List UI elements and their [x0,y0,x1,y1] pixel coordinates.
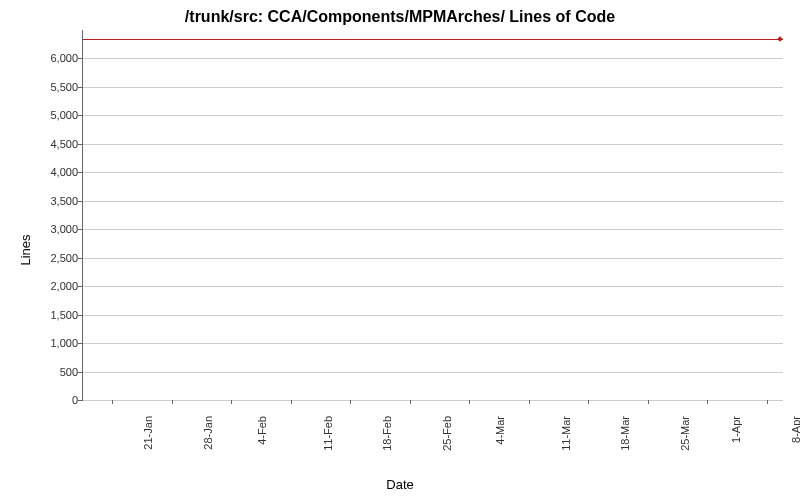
x-tick-mark [231,400,232,404]
y-tick-label: 2,500 [28,252,78,264]
x-tick-mark [112,400,113,404]
y-tick-mark [78,58,82,59]
gridline [83,372,783,373]
x-tick-mark [588,400,589,404]
y-tick-mark [78,229,82,230]
x-tick-label: 25-Feb [441,416,453,451]
gridline [83,172,783,173]
y-tick-label: 500 [28,366,78,378]
plot-area [82,30,783,401]
x-tick-mark [291,400,292,404]
x-tick-label: 25-Mar [679,416,691,451]
y-tick-mark [78,258,82,259]
x-tick-label: 28-Jan [201,416,213,450]
x-tick-label: 18-Mar [619,416,631,451]
gridline [83,343,783,344]
gridline [83,144,783,145]
x-tick-mark [767,400,768,404]
x-tick-label: 1-Apr [730,416,742,443]
data-line [83,39,783,40]
y-tick-mark [78,144,82,145]
y-tick-label: 6,000 [28,52,78,64]
gridline [83,286,783,287]
x-tick-mark [410,400,411,404]
x-tick-label: 4-Mar [494,416,506,445]
y-tick-mark [78,201,82,202]
y-tick-mark [78,372,82,373]
x-tick-label: 11-Feb [321,416,333,451]
y-tick-label: 1,000 [28,337,78,349]
gridline [83,315,783,316]
x-tick-label: 11-Mar [560,416,572,451]
y-tick-label: 4,000 [28,166,78,178]
y-tick-label: 1,500 [28,309,78,321]
x-tick-mark [350,400,351,404]
gridline [83,400,783,401]
gridline [83,58,783,59]
y-tick-mark [78,315,82,316]
chart-title: /trunk/src: CCA/Components/MPMArches/ Li… [0,8,800,26]
x-tick-mark [648,400,649,404]
x-axis-label: Date [0,477,800,492]
x-tick-mark [529,400,530,404]
y-tick-label: 5,000 [28,109,78,121]
y-tick-mark [78,172,82,173]
y-tick-mark [78,87,82,88]
y-tick-label: 5,500 [28,81,78,93]
gridline [83,258,783,259]
y-tick-mark [78,115,82,116]
y-tick-label: 4,500 [28,138,78,150]
gridline [83,87,783,88]
x-tick-label: 4-Feb [256,416,268,445]
x-tick-label: 21-Jan [142,416,154,450]
chart-container: /trunk/src: CCA/Components/MPMArches/ Li… [0,0,800,500]
y-tick-mark [78,400,82,401]
y-tick-mark [78,286,82,287]
gridline [83,115,783,116]
data-point [777,36,783,42]
x-tick-mark [707,400,708,404]
x-tick-mark [469,400,470,404]
gridline [83,229,783,230]
y-tick-label: 2,000 [28,280,78,292]
y-tick-label: 3,500 [28,195,78,207]
gridline [83,201,783,202]
x-tick-label: 8-Apr [790,416,800,443]
y-tick-label: 3,000 [28,223,78,235]
x-tick-label: 18-Feb [381,416,393,451]
y-tick-label: 0 [28,394,78,406]
y-tick-mark [78,343,82,344]
x-tick-mark [172,400,173,404]
